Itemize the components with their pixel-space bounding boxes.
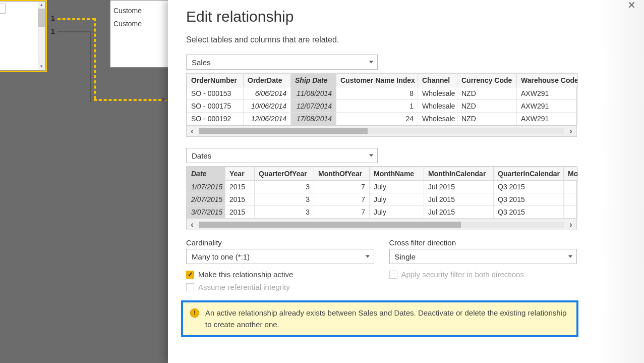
table-node-left[interactable]: ▴ ▾ ear ar bbox=[0, 1, 45, 71]
col-header[interactable]: MonthOfYear bbox=[314, 167, 370, 181]
cell: Jul 2015 bbox=[424, 181, 494, 193]
relationship-line[interactable] bbox=[90, 31, 91, 102]
node-scroll-up[interactable]: ▴ bbox=[38, 2, 45, 9]
col-header[interactable]: Channel bbox=[418, 74, 457, 87]
table-row[interactable]: SO - 000192 12/06/2014 17/08/2014 24 Who… bbox=[187, 113, 578, 125]
node-field-label: ear bbox=[0, 36, 37, 46]
scroll-right-icon[interactable]: › bbox=[565, 220, 576, 229]
cell: July bbox=[370, 181, 424, 193]
scroll-thumb[interactable] bbox=[199, 222, 461, 228]
crossfilter-value: Single bbox=[395, 252, 416, 261]
cell bbox=[564, 193, 578, 206]
table1-select-value: Sales bbox=[192, 58, 211, 67]
cell: Wholesale bbox=[418, 100, 457, 113]
cell: AXW291 bbox=[517, 87, 578, 100]
scroll-track[interactable] bbox=[199, 222, 564, 228]
col-header[interactable]: QuarterInCalendar bbox=[494, 167, 564, 181]
cell: 24 bbox=[336, 113, 418, 125]
dialog-subtitle: Select tables and columns that are relat… bbox=[186, 35, 626, 44]
table2-select[interactable]: Dates bbox=[186, 148, 378, 163]
relationship-line[interactable] bbox=[94, 99, 166, 101]
cell: 1/07/2015 bbox=[187, 181, 225, 193]
security-filter-label: Apply security filter in both directions bbox=[401, 270, 524, 279]
cell: 3 bbox=[255, 193, 314, 206]
referential-integrity-label: Assume referential integrity bbox=[198, 283, 290, 291]
col-header[interactable]: Mo bbox=[564, 167, 578, 181]
dialog-title: Edit relationship bbox=[186, 8, 626, 25]
cell: Wholesale bbox=[418, 113, 457, 125]
make-active-checkbox[interactable]: ✓ Make this relationship active bbox=[186, 270, 374, 279]
col-header[interactable]: Warehouse Code bbox=[517, 74, 578, 87]
chevron-down-icon bbox=[366, 255, 370, 258]
cell: 8 bbox=[336, 87, 418, 100]
relationship-arrowhead bbox=[162, 97, 166, 102]
col-header[interactable]: Date bbox=[187, 167, 225, 181]
scroll-left-icon[interactable]: ‹ bbox=[187, 127, 198, 136]
scroll-track[interactable] bbox=[199, 128, 564, 134]
col-header[interactable]: OrderNumber bbox=[187, 74, 244, 87]
table1-preview[interactable]: OrderNumber OrderDate Ship Date Customer… bbox=[186, 73, 577, 126]
cell: NZD bbox=[457, 87, 517, 100]
col-header[interactable]: MonthInCalendar bbox=[424, 167, 494, 181]
scroll-right-icon[interactable]: › bbox=[565, 127, 576, 136]
col-header[interactable]: Ship Date bbox=[291, 74, 336, 87]
table2-hscroll[interactable]: ‹ › bbox=[186, 219, 577, 230]
node-field[interactable] bbox=[0, 4, 6, 14]
relationship-line[interactable] bbox=[94, 18, 96, 99]
warning-text: An active relationship already exists be… bbox=[205, 308, 566, 329]
cell: AXW291 bbox=[517, 113, 578, 125]
cardinality-select[interactable]: Many to one (*:1) bbox=[186, 249, 374, 264]
col-header[interactable]: Currency Code bbox=[457, 74, 517, 87]
cell: Wholesale bbox=[418, 87, 457, 100]
relationship-line[interactable] bbox=[57, 18, 95, 20]
cell: 3 bbox=[255, 206, 314, 219]
checkbox-icon bbox=[389, 271, 397, 279]
cell: 2015 bbox=[225, 206, 255, 219]
table2-select-value: Dates bbox=[192, 151, 211, 160]
node-scroll-thumb[interactable] bbox=[38, 9, 45, 27]
col-header[interactable]: OrderDate bbox=[244, 74, 291, 87]
table1-select[interactable]: Sales bbox=[186, 55, 378, 70]
cell bbox=[564, 206, 578, 219]
cell: 1 bbox=[336, 100, 418, 113]
relationship-line[interactable] bbox=[57, 31, 91, 32]
warning-box: ! An active relationship already exists … bbox=[181, 300, 578, 337]
table-row[interactable]: SO - 000175 10/06/2014 12/07/2014 1 Whol… bbox=[187, 100, 578, 113]
close-icon[interactable]: ✕ bbox=[625, 0, 638, 13]
cell: 12/06/2014 bbox=[244, 113, 291, 125]
table1-hscroll[interactable]: ‹ › bbox=[186, 126, 577, 137]
cardinality-one-marker: 1 bbox=[51, 14, 55, 22]
cell: Q3 2015 bbox=[494, 193, 564, 206]
cell: 11/08/2014 bbox=[291, 87, 336, 100]
table-row[interactable]: 2/07/2015 2015 3 7 July Jul 2015 Q3 2015 bbox=[187, 193, 578, 206]
cell: Jul 2015 bbox=[424, 206, 494, 219]
referential-integrity-checkbox: Assume referential integrity bbox=[186, 283, 374, 291]
cell: 6/06/2014 bbox=[244, 87, 291, 100]
node-scroll-down[interactable]: ▾ bbox=[38, 63, 45, 70]
table-row[interactable]: 1/07/2015 2015 3 7 July Jul 2015 Q3 2015 bbox=[187, 181, 578, 193]
security-filter-checkbox: Apply security filter in both directions bbox=[389, 270, 577, 279]
dialog-right-edge bbox=[599, 0, 644, 363]
table-row[interactable]: 3/07/2015 2015 3 7 July Jul 2015 Q3 2015 bbox=[187, 206, 578, 219]
col-header[interactable]: Year bbox=[225, 167, 255, 181]
col-header[interactable]: QuarterOfYear bbox=[255, 167, 314, 181]
table-row[interactable]: SO - 000153 6/06/2014 11/08/2014 8 Whole… bbox=[187, 87, 578, 100]
scroll-left-icon[interactable]: ‹ bbox=[187, 220, 198, 229]
cell: July bbox=[370, 193, 424, 206]
cell: Jul 2015 bbox=[424, 193, 494, 206]
col-header[interactable]: Customer Name Index bbox=[336, 74, 418, 87]
cell: SO - 000192 bbox=[187, 113, 244, 125]
table2-preview[interactable]: Date Year QuarterOfYear MonthOfYear Mont… bbox=[186, 166, 577, 219]
chevron-down-icon bbox=[369, 61, 373, 64]
cell: 7 bbox=[314, 206, 370, 219]
cell: 10/06/2014 bbox=[244, 100, 291, 113]
cell: 7 bbox=[314, 181, 370, 193]
cell: NZD bbox=[457, 113, 517, 125]
chevron-down-icon bbox=[568, 255, 572, 258]
crossfilter-label: Cross filter direction bbox=[389, 238, 577, 247]
col-header[interactable]: MonthName bbox=[370, 167, 424, 181]
scroll-thumb[interactable] bbox=[199, 128, 368, 134]
cell: 3 bbox=[255, 181, 314, 193]
cell: 12/07/2014 bbox=[291, 100, 336, 113]
crossfilter-select[interactable]: Single bbox=[389, 249, 577, 264]
